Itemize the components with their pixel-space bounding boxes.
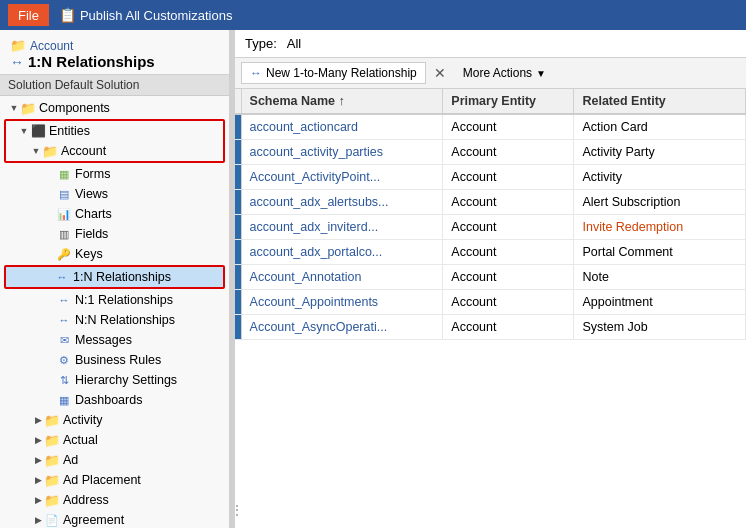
related-entity-text: Invite Redemption	[582, 220, 683, 234]
key-icon: 🔑	[56, 246, 72, 262]
table-col-schema[interactable]: Schema Name ↑	[241, 89, 443, 114]
schema-link[interactable]: Account_Appointments	[250, 295, 379, 309]
related-col-label: Related Entity	[582, 94, 665, 108]
expand-arrow-n1	[44, 294, 56, 306]
sidebar-item-ad-placement[interactable]: ▶ 📁 Ad Placement	[0, 470, 229, 490]
type-toolbar: Type: All	[235, 30, 746, 58]
sidebar-item-keys[interactable]: 🔑 Keys	[0, 244, 229, 264]
row-schema-name[interactable]: account_activity_parties	[241, 140, 443, 165]
table-row[interactable]: account_activity_partiesAccountActivity …	[235, 140, 746, 165]
schema-link[interactable]: account_activity_parties	[250, 145, 383, 159]
table-row[interactable]: Account_AsyncOperati...AccountSystem Job	[235, 315, 746, 340]
sidebar-item-activity[interactable]: ▶ 📁 Activity	[0, 410, 229, 430]
table-row[interactable]: account_adx_portalco...AccountPortal Com…	[235, 240, 746, 265]
row-schema-name[interactable]: Account_Appointments	[241, 290, 443, 315]
row-related-entity: Portal Comment	[574, 240, 746, 265]
expand-arrow-ad: ▶	[32, 454, 44, 466]
row-schema-name[interactable]: Account_Annotation	[241, 265, 443, 290]
sidebar-item-ad[interactable]: ▶ 📁 Ad	[0, 450, 229, 470]
schema-link[interactable]: account_adx_portalco...	[250, 245, 383, 259]
sidebar-item-actual[interactable]: ▶ 📁 Actual	[0, 430, 229, 450]
top-bar: File 📋 Publish All Customizations	[0, 0, 746, 30]
publish-button[interactable]: 📋 Publish All Customizations	[59, 7, 232, 23]
table-row[interactable]: Account_AnnotationAccountNote	[235, 265, 746, 290]
table-col-related[interactable]: Related Entity	[574, 89, 746, 114]
row-schema-name[interactable]: account_adx_portalco...	[241, 240, 443, 265]
row-related-entity: Activity	[574, 165, 746, 190]
new-relationship-button[interactable]: ↔ New 1-to-Many Relationship	[241, 62, 426, 84]
schema-link[interactable]: Account_AsyncOperati...	[250, 320, 388, 334]
expand-arrow-entities: ▼	[18, 125, 30, 137]
table-row[interactable]: account_adx_alertsubs...AccountAlert Sub…	[235, 190, 746, 215]
sidebar-item-label-1n-rel: 1:N Relationships	[73, 270, 171, 284]
entities-highlight-box: ▼ ⬛ Entities ▼ 📁 Account	[4, 119, 225, 163]
file-button[interactable]: File	[8, 4, 49, 26]
expand-arrow-actual: ▶	[32, 434, 44, 446]
sidebar-item-fields[interactable]: ▥ Fields	[0, 224, 229, 244]
schema-link[interactable]: account_adx_alertsubs...	[250, 195, 389, 209]
table-row[interactable]: account_adx_inviterd...AccountInvite Red…	[235, 215, 746, 240]
folder-icon-account: 📁	[42, 143, 58, 159]
row-schema-name[interactable]: account_actioncard	[241, 114, 443, 140]
sidebar-item-entities[interactable]: ▼ ⬛ Entities	[6, 121, 223, 141]
sidebar-item-label-components: Components	[39, 101, 110, 115]
sidebar-item-1n-relationships[interactable]: ↔ 1:N Relationships	[6, 267, 223, 287]
sidebar-item-account[interactable]: ▼ 📁 Account	[6, 141, 223, 161]
sidebar-item-n1-relationships[interactable]: ↔ N:1 Relationships	[0, 290, 229, 310]
sidebar-item-charts[interactable]: 📊 Charts	[0, 204, 229, 224]
more-actions-button[interactable]: More Actions ▼	[454, 62, 555, 84]
sidebar-item-hierarchy-settings[interactable]: ⇅ Hierarchy Settings	[0, 370, 229, 390]
sidebar-item-label-forms: Forms	[75, 167, 110, 181]
chart-icon: 📊	[56, 206, 72, 222]
expand-arrow-business-rules	[44, 354, 56, 366]
table-row[interactable]: Account_ActivityPoint...AccountActivity	[235, 165, 746, 190]
table-row[interactable]: account_actioncardAccountAction Card	[235, 114, 746, 140]
sidebar-item-address[interactable]: ▶ 📁 Address	[0, 490, 229, 510]
expand-arrow-ad-placement: ▶	[32, 474, 44, 486]
business-rules-icon: ⚙	[56, 352, 72, 368]
field-icon: ▥	[56, 226, 72, 242]
schema-link[interactable]: Account_ActivityPoint...	[250, 170, 381, 184]
sidebar-item-components[interactable]: ▼ 📁 Components	[0, 98, 229, 118]
sidebar-item-business-rules[interactable]: ⚙ Business Rules	[0, 350, 229, 370]
more-actions-label: More Actions	[463, 66, 532, 80]
expand-arrow-fields	[44, 228, 56, 240]
row-schema-name[interactable]: Account_AsyncOperati...	[241, 315, 443, 340]
row-related-entity: Invite Redemption	[574, 215, 746, 240]
schema-link[interactable]: Account_Annotation	[250, 270, 362, 284]
folder-icon-activity: 📁	[44, 412, 60, 428]
schema-link[interactable]: account_actioncard	[250, 120, 358, 134]
sidebar-item-label-business-rules: Business Rules	[75, 353, 161, 367]
row-related-entity: Note	[574, 265, 746, 290]
delete-button[interactable]: ✕	[428, 62, 452, 84]
row-schema-name[interactable]: account_adx_alertsubs...	[241, 190, 443, 215]
sidebar-item-messages[interactable]: ✉ Messages	[0, 330, 229, 350]
schema-link[interactable]: account_adx_inviterd...	[250, 220, 379, 234]
primary-col-label: Primary Entity	[451, 94, 536, 108]
sidebar-item-dashboards[interactable]: ▦ Dashboards	[0, 390, 229, 410]
sidebar: 📁 Account ↔ 1:N Relationships Solution D…	[0, 30, 230, 528]
expand-arrow-activity: ▶	[32, 414, 44, 426]
sidebar-item-label-address: Address	[63, 493, 109, 507]
more-actions-chevron-icon: ▼	[536, 68, 546, 79]
row-schema-name[interactable]: account_adx_inviterd...	[241, 215, 443, 240]
table-col-primary[interactable]: Primary Entity	[443, 89, 574, 114]
sidebar-resize-handle[interactable]	[230, 30, 235, 528]
view-icon: ▤	[56, 186, 72, 202]
expand-arrow-components: ▼	[8, 102, 20, 114]
expand-arrow-hierarchy	[44, 374, 56, 386]
publish-icon: 📋	[59, 7, 76, 23]
sidebar-item-label-hierarchy: Hierarchy Settings	[75, 373, 177, 387]
sidebar-item-forms[interactable]: ▦ Forms	[0, 164, 229, 184]
sidebar-item-nn-relationships[interactable]: ↔ N:N Relationships	[0, 310, 229, 330]
sidebar-item-label-fields: Fields	[75, 227, 108, 241]
expand-arrow-dashboards	[44, 394, 56, 406]
sidebar-item-views[interactable]: ▤ Views	[0, 184, 229, 204]
row-related-entity: System Job	[574, 315, 746, 340]
row-schema-name[interactable]: Account_ActivityPoint...	[241, 165, 443, 190]
sidebar-item-agreement[interactable]: ▶ 📄 Agreement	[0, 510, 229, 528]
expand-arrow-charts	[44, 208, 56, 220]
sidebar-item-label-ad-placement: Ad Placement	[63, 473, 141, 487]
table-row[interactable]: Account_AppointmentsAccountAppointment	[235, 290, 746, 315]
sidebar-item-label-entities: Entities	[49, 124, 90, 138]
